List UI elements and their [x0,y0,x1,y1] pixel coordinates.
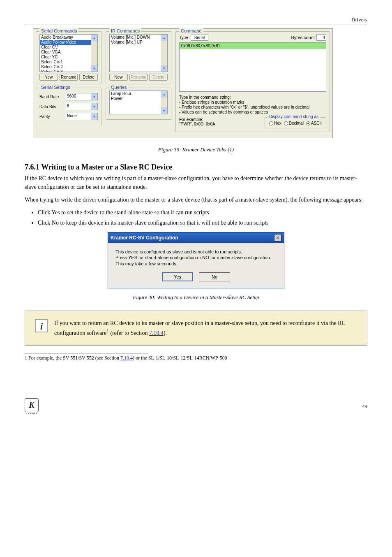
dialog-title: Kramer RC-SV Configuration [111,235,178,241]
baud-rate-combo[interactable]: 9600 ▾ [65,93,98,100]
radio-hex[interactable]: Hex [269,121,281,125]
data-bits-combo[interactable]: 8 ▾ [65,103,98,110]
scroll-up-icon[interactable]: ▴ [161,91,167,97]
footnote-rule [25,353,148,353]
command-type-label: Type [179,35,188,40]
group-serial-settings: Serial Settings Baud Rate 9600 ▾ Data Bi… [36,88,101,126]
list-item[interactable]: Volume [Mic.] DOWN [110,35,167,40]
legend-ir-commands: IR Commands [109,28,141,33]
list-item[interactable]: Clear CV [40,45,97,50]
baud-rate-label: Baud Rate [39,95,62,99]
bytes-count-input[interactable] [316,34,326,41]
dialog-yes-button[interactable]: Yes [162,272,193,281]
section-heading: 7.6.1 Writing to a Master or a Slave RC … [25,163,367,172]
parity-label: Parity [39,114,62,119]
page-number: 49 [362,403,367,410]
command-example: For example: "PWR", 0x0D, 0x0A [179,117,265,128]
scroll-up-icon[interactable]: ▴ [161,35,167,41]
command-string: 0x08,0x80,0x80,0x81 [180,43,326,49]
list-item[interactable]: Clear VGA [40,50,97,55]
ir-delete-button[interactable]: Delete [149,74,168,81]
list-queries[interactable]: Lamp Hour Power ▴ ▾ [109,91,168,114]
list-item[interactable]: Power [110,96,167,101]
command-help-text: Type in the command string: - Enclose st… [179,95,326,115]
list-item[interactable]: Lamp Hour [110,91,167,96]
legend-serial-commands: Serial Commands [39,28,78,33]
parity-value: None [67,114,77,118]
radio-ascii[interactable]: ASCII [306,121,322,125]
section-link[interactable]: 7.10.4 [120,355,133,361]
logo: K KRAMER [25,398,39,415]
list-ir-commands[interactable]: Volume [Mic.] DOWN Volume [Mic.] UP ▴ ▾ [109,34,168,72]
dialog-body: This device is configured as slave and i… [108,243,284,288]
bytes-count-label: Bytes count [291,35,315,40]
scrollbar[interactable]: ▴ ▾ [161,91,167,114]
serial-new-button[interactable]: New [39,74,58,81]
note-box: i If you want to return an RC device to … [25,311,367,346]
chevron-down-icon[interactable]: ▾ [91,113,97,120]
baud-rate-value: 9600 [67,94,76,98]
parity-combo[interactable]: None ▾ [65,113,98,120]
group-queries: Queries Lamp Hour Power ▴ ▾ [106,88,171,120]
dialog-titlebar: Kramer RC-SV Configuration × [108,232,284,243]
page-header-right: Drivers [25,16,367,23]
app-screenshot-drivers: Serial Commands Audio Breakaway Audio Fo… [33,28,333,138]
scroll-down-icon[interactable]: ▾ [161,107,167,114]
ir-rename-button[interactable]: Rename [129,74,148,81]
section-link[interactable]: 7.10.4 [149,330,164,336]
bullet-list: Click Yes to set the device to the stand… [38,208,367,227]
legend-command: Command [179,28,203,33]
paragraph-2: When trying to write the driver configur… [25,195,367,204]
command-text-area[interactable]: 0x08,0x80,0x80,0x81 [179,42,326,92]
display-format-legend: Display command string as [267,114,320,119]
close-icon[interactable]: × [274,234,281,241]
serial-delete-button[interactable]: Delete [79,74,98,81]
serial-rename-button[interactable]: Rename [60,74,78,81]
paragraph-1: If the RC device to which you are writin… [25,174,367,191]
list-item[interactable]: Volume [Mic.] UP [110,40,167,45]
figure-39-caption: Figure 39: Kramer Device Tabs (1) [25,146,367,153]
list-item[interactable]: Audio Follow Video [40,40,97,45]
list-item[interactable]: Clear YC [40,55,97,60]
scrollbar[interactable]: ▴ ▾ [161,35,167,72]
chevron-down-icon[interactable]: ▾ [91,93,97,100]
bullet-item: Click No to keep this device in its mast… [38,218,367,227]
note-text: If you want to return an RC device to it… [54,319,357,337]
svg-text:i: i [40,321,43,332]
scrollbar[interactable]: ▴ ▾ [91,35,97,72]
list-item[interactable]: Select CV-2 [40,65,97,70]
scroll-down-icon[interactable]: ▾ [91,65,97,72]
group-serial-commands: Serial Commands Audio Breakaway Audio Fo… [36,31,101,84]
figure-40-caption: Figure 40: Writing to a Device in a Mast… [25,294,367,301]
list-item[interactable]: Select CV-3 [40,70,97,72]
config-dialog: Kramer RC-SV Configuration × This device… [108,232,284,288]
header-rule [25,25,367,25]
legend-queries: Queries [109,85,129,90]
info-icon: i [35,319,48,333]
command-type-value: Serial [191,35,209,41]
radio-decimal[interactable]: Decimal [284,121,304,125]
chevron-down-icon[interactable]: ▾ [91,103,97,110]
list-item[interactable]: Audio Breakaway [40,35,97,40]
data-bits-label: Data Bits [39,104,62,109]
display-format-group: Display command string as Hex Decimal AS… [265,117,326,128]
legend-serial-settings: Serial Settings [39,85,72,90]
page-footer: K KRAMER 49 [25,398,367,415]
group-command: Command Type Serial Bytes count 0x08,0x8… [175,31,330,132]
list-serial-commands[interactable]: Audio Breakaway Audio Follow Video Clear… [39,34,98,72]
group-ir-commands: IR Commands Volume [Mic.] DOWN Volume [M… [106,31,171,84]
dialog-no-button[interactable]: No [199,272,230,281]
bullet-item: Click Yes to set the device to the stand… [38,208,367,217]
list-item[interactable]: Select CV-1 [40,60,97,65]
scroll-down-icon[interactable]: ▾ [161,65,167,72]
footnote: 1 For example, the SV-551/SV-552 (see Se… [25,355,367,361]
scroll-up-icon[interactable]: ▴ [91,35,97,41]
ir-new-button[interactable]: New [109,74,128,81]
data-bits-value: 8 [67,104,69,108]
